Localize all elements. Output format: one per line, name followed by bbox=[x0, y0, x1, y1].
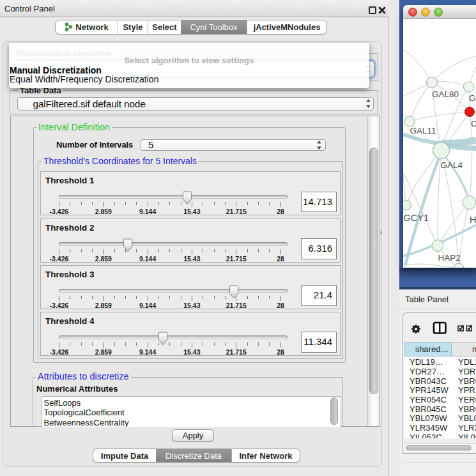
svg-text:HAP2: HAP2 bbox=[438, 253, 461, 263]
svg-text:C: C bbox=[471, 119, 476, 128]
svg-text:GA: GA bbox=[469, 93, 476, 103]
svg-text:GAL4: GAL4 bbox=[441, 160, 463, 170]
svg-text:GAL80: GAL80 bbox=[432, 89, 459, 99]
svg-text:GAL11: GAL11 bbox=[410, 126, 436, 135]
svg-text:GCY1: GCY1 bbox=[404, 213, 429, 223]
svg-text:H: H bbox=[470, 215, 476, 225]
